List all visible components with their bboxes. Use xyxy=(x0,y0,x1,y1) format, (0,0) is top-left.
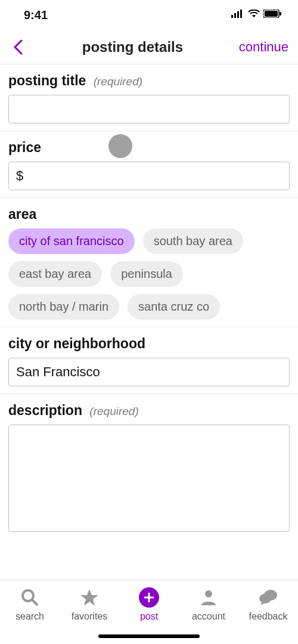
home-indicator xyxy=(98,634,200,638)
cellular-icon xyxy=(231,10,244,20)
svg-rect-0 xyxy=(231,15,233,18)
wifi-icon xyxy=(248,10,260,20)
area-chip-santacruz[interactable]: santa cruz co xyxy=(128,294,220,320)
svg-point-12 xyxy=(205,590,212,597)
area-chip-southbay[interactable]: south bay area xyxy=(143,228,243,254)
posting-title-hint: (required) xyxy=(94,75,142,88)
description-label-text: description xyxy=(8,402,82,418)
chat-icon xyxy=(258,587,278,608)
area-chip-northbay[interactable]: north bay / marin xyxy=(8,294,119,320)
svg-rect-5 xyxy=(265,11,278,17)
area-chip-sf[interactable]: city of san francisco xyxy=(8,228,135,254)
description-label: description (required) xyxy=(8,402,290,419)
tab-feedback-label: feedback xyxy=(249,611,288,622)
area-chip-eastbay[interactable]: east bay area xyxy=(8,261,102,287)
tab-search[interactable]: search xyxy=(0,580,60,644)
posting-title-label: posting title (required) xyxy=(8,73,290,89)
svg-rect-2 xyxy=(237,11,239,18)
tab-feedback[interactable]: feedback xyxy=(238,580,298,644)
content: posting title (required) price area city… xyxy=(0,64,298,580)
chevron-left-icon xyxy=(13,39,23,55)
search-icon xyxy=(20,587,40,608)
description-hint: (required) xyxy=(89,405,138,417)
price-input[interactable] xyxy=(8,162,290,190)
tab-account-label: account xyxy=(192,611,225,622)
section-price: price xyxy=(0,131,298,198)
area-chips: city of san francisco south bay area eas… xyxy=(8,228,290,320)
svg-point-14 xyxy=(259,594,271,603)
section-posting-title: posting title (required) xyxy=(0,64,298,131)
city-label: city or neighborhood xyxy=(8,336,290,352)
status-icons xyxy=(231,10,281,20)
back-button[interactable] xyxy=(10,39,26,55)
section-area: area city of san francisco south bay are… xyxy=(0,198,298,327)
area-label: area xyxy=(8,206,290,222)
svg-rect-1 xyxy=(234,13,236,18)
description-input[interactable] xyxy=(8,425,290,532)
plus-circle-icon xyxy=(139,587,159,608)
posting-title-label-text: posting title xyxy=(8,73,86,88)
tab-search-label: search xyxy=(15,611,44,622)
svg-marker-9 xyxy=(80,589,98,606)
status-bar: 9:41 xyxy=(0,0,298,30)
svg-line-8 xyxy=(32,600,37,605)
price-label: price xyxy=(8,140,290,156)
tab-bar: search favorites post account feedback xyxy=(0,580,298,644)
area-chip-peninsula[interactable]: peninsula xyxy=(110,261,183,287)
person-icon xyxy=(198,587,219,608)
header: posting details continue xyxy=(0,30,298,64)
svg-rect-3 xyxy=(240,10,242,18)
city-input[interactable] xyxy=(8,358,290,386)
continue-button[interactable]: continue xyxy=(239,39,288,55)
svg-rect-6 xyxy=(280,12,281,16)
section-city: city or neighborhood xyxy=(0,327,298,394)
touch-indicator xyxy=(108,134,132,158)
posting-title-input[interactable] xyxy=(8,95,290,123)
battery-icon xyxy=(263,10,281,20)
star-icon xyxy=(79,587,100,608)
tab-post-label: post xyxy=(140,611,158,622)
section-description: description (required) xyxy=(0,394,298,541)
status-time: 9:41 xyxy=(24,8,48,22)
tab-favorites-label: favorites xyxy=(72,611,107,622)
page-title: posting details xyxy=(82,39,183,55)
